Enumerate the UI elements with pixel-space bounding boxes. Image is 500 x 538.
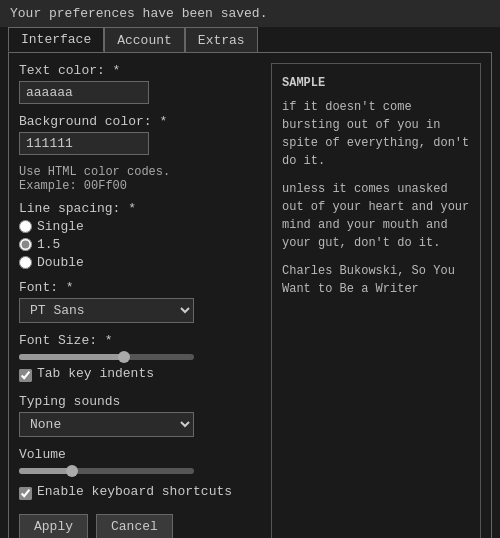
typing-sounds-label: Typing sounds [19, 394, 261, 409]
main-panel: Text color: * Background color: * Use HT… [8, 52, 492, 538]
bg-color-input[interactable] [19, 132, 149, 155]
keyboard-shortcuts-label: Enable keyboard shortcuts [37, 484, 232, 499]
font-size-label: Font Size: * [19, 333, 261, 348]
volume-slider-thumb[interactable] [66, 465, 78, 477]
tab-indents-group: Tab key indents [19, 366, 261, 384]
tab-account[interactable]: Account [104, 27, 185, 52]
tab-indents-checkbox[interactable] [19, 369, 32, 382]
sample-text: if it doesn't come bursting out of you i… [282, 98, 470, 298]
tab-extras[interactable]: Extras [185, 27, 258, 52]
bg-color-group: Background color: * [19, 114, 261, 155]
volume-slider-track [19, 468, 194, 474]
radio-double-input[interactable] [19, 256, 32, 269]
button-group: Apply Cancel [19, 514, 261, 538]
saved-message: Your preferences have been saved. [0, 0, 500, 27]
left-panel: Text color: * Background color: * Use HT… [19, 63, 261, 538]
radio-1-5-input[interactable] [19, 238, 32, 251]
radio-double[interactable]: Double [19, 255, 261, 270]
volume-label: Volume [19, 447, 261, 462]
typing-sounds-group: Typing sounds None Mechanical Soft [19, 394, 261, 437]
volume-group: Volume [19, 447, 261, 474]
bg-color-label: Background color: * [19, 114, 261, 129]
line-spacing-label: Line spacing: * [19, 201, 261, 216]
keyboard-shortcuts-checkbox[interactable] [19, 487, 32, 500]
text-color-label: Text color: * [19, 63, 261, 78]
typing-sounds-select[interactable]: None Mechanical Soft [19, 412, 194, 437]
font-group: Font: * PT Sans [19, 280, 261, 323]
radio-single[interactable]: Single [19, 219, 261, 234]
font-size-slider-track [19, 354, 194, 360]
cancel-button[interactable]: Cancel [96, 514, 173, 538]
sample-title: SAMPLE [282, 74, 470, 92]
font-size-group: Font Size: * [19, 333, 261, 360]
radio-single-input[interactable] [19, 220, 32, 233]
font-select[interactable]: PT Sans [19, 298, 194, 323]
volume-slider-fill [19, 468, 72, 474]
tab-indents-label: Tab key indents [37, 366, 154, 381]
color-hint: Use HTML color codes. Example: 00Ff00 [19, 165, 261, 193]
font-size-slider-fill [19, 354, 124, 360]
tab-interface[interactable]: Interface [8, 27, 104, 52]
apply-button[interactable]: Apply [19, 514, 88, 538]
font-size-slider-thumb[interactable] [118, 351, 130, 363]
font-label: Font: * [19, 280, 261, 295]
keyboard-shortcuts-group: Enable keyboard shortcuts [19, 484, 261, 502]
text-color-group: Text color: * [19, 63, 261, 104]
text-color-input[interactable] [19, 81, 149, 104]
line-spacing-group: Line spacing: * Single 1.5 Double [19, 201, 261, 270]
radio-1-5[interactable]: 1.5 [19, 237, 261, 252]
sample-panel: SAMPLE if it doesn't come bursting out o… [271, 63, 481, 538]
tab-bar: Interface Account Extras [8, 27, 492, 52]
